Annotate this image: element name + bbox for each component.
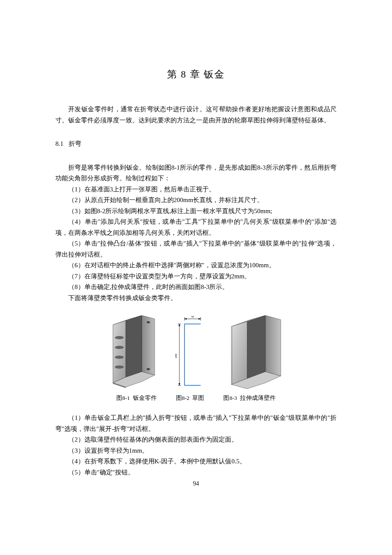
fig-caption: 草图: [192, 395, 204, 401]
svg-marker-3: [142, 315, 155, 375]
step-a-4: （4）单击"添加几何关系"按钮，或单击"工具"下拉菜单中的"几何关系"级联菜单中…: [55, 217, 337, 238]
caption-8-3: 图8-3 拉伸成薄壁件: [223, 393, 276, 403]
fig-label: 图8-2: [176, 395, 190, 401]
caption-8-2: 图8-2 草图: [176, 393, 205, 403]
fig-label: 图8-3: [223, 395, 237, 401]
intro-paragraph: 开发钣金零件时，通常在折弯状态中进行设计。这可帮助操作者更好地把握设计意图和成品…: [55, 104, 337, 126]
svg-marker-24: [179, 383, 180, 385]
thin-wall-part-icon: [224, 315, 288, 390]
svg-marker-23: [179, 324, 180, 326]
svg-marker-28: [265, 315, 281, 376]
svg-point-6: [115, 336, 124, 339]
svg-point-9: [115, 366, 124, 368]
caption-8-1: 图8-1 钣金零件: [116, 393, 157, 403]
step-b-1: （1）单击钣金工具栏上的"插入折弯"按钮，或单击"插入"下拉菜单中的"钣金"级联…: [55, 413, 337, 434]
captions-row: 图8-1 钣金零件 图8-2 草图 图8-3 拉伸成薄壁件: [55, 393, 337, 403]
svg-point-7: [115, 346, 124, 349]
step-a-3: （3）如图8-2所示绘制两根水平直线,标注上面一根水平直线尺寸为50mm;: [55, 206, 337, 217]
svg-marker-25: [247, 315, 265, 379]
step-a-6: （6）在对话框中的终止条件框中选择"两侧对称"，设置总浓度为100mm。: [55, 260, 337, 271]
svg-marker-2: [113, 321, 126, 383]
svg-marker-16: [199, 318, 201, 320]
dim-side: 200: [174, 353, 178, 358]
figure-8-3: [224, 315, 288, 390]
svg-point-8: [115, 356, 124, 358]
sketch-icon: 50 200: [173, 315, 211, 390]
sheet-metal-part-icon: [104, 315, 160, 390]
step-a-5: （5）单击"拉伸凸台/基体"按钮，或单击"插入"下拉菜单中的"基体"级联菜单中的…: [55, 238, 337, 260]
section-title: 折弯: [69, 140, 81, 147]
figure-8-1: [104, 315, 160, 390]
fig-caption: 拉伸成薄壁件: [240, 395, 276, 401]
figure-8-2: 50 200: [173, 315, 211, 390]
step-b-3: （3）设置折弯半径为1mm。: [55, 445, 337, 457]
step-a-1: （1）在基准面3上打开一张草图，然后单击正视于。: [55, 184, 337, 195]
step-b-4: （4）在折弯系数下，选择使用K-因子。本例中使用默认值0.5。: [55, 456, 337, 467]
svg-marker-0: [126, 315, 142, 377]
step-b-5: （5）单击"确定"按钮。: [55, 467, 337, 478]
step-b-2: （2）选取薄壁件特征基体的内侧表面的部表面作为固定面。: [55, 434, 337, 445]
figures-row: 50 200: [55, 315, 337, 390]
chapter-title: 第 8 章 钣金: [55, 66, 337, 83]
section-lead: 折弯是将零件转换到钣金。绘制如图8-1所示的零件，是先形成如图8-3所示的零件，…: [55, 162, 337, 184]
section-number: 8.1: [55, 140, 63, 147]
page-number: 94: [0, 479, 392, 489]
svg-marker-27: [231, 321, 247, 384]
fig-caption: 钣金零件: [133, 395, 157, 401]
step-a-7: （7）在薄壁特征标签中设置类型为单一方向，壁厚设置为2mm。: [55, 271, 337, 282]
svg-point-10: [147, 321, 150, 323]
svg-point-11: [147, 368, 150, 370]
section-8-1-heading: 8.1折弯: [55, 139, 337, 150]
step-a-8: （8）单击确定,拉伸成薄壁件，此时的画面如图8-3所示。: [55, 282, 337, 293]
svg-marker-15: [184, 318, 187, 320]
dim-top: 50: [191, 315, 195, 318]
step-a-2: （2）从原点开始绘制一根垂直向上的200mm长直线，并标注其尺寸。: [55, 195, 337, 206]
fig-label: 图8-1: [116, 395, 130, 401]
after-steps-a: 下面将薄壁类零件转换成钣金类零件。: [55, 293, 337, 304]
